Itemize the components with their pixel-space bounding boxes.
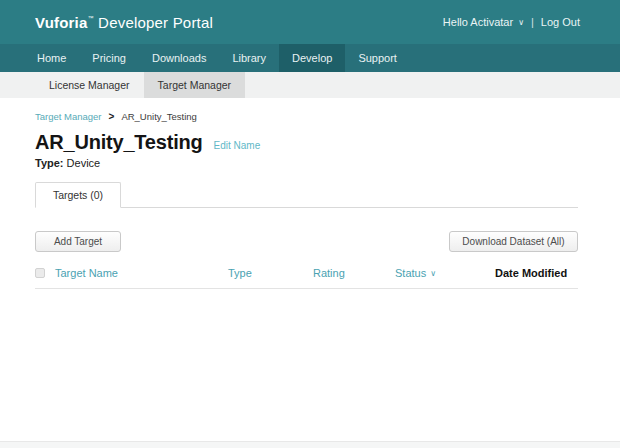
nav-item-downloads[interactable]: Downloads — [139, 44, 219, 72]
nav-item-home[interactable]: Home — [24, 44, 79, 72]
logout-link[interactable]: Log Out — [541, 16, 580, 28]
logo-brand-text: Vuforia — [35, 14, 88, 31]
user-greeting-label: Hello Activatar — [443, 16, 513, 28]
page-title: AR_Unity_Testing — [35, 131, 203, 154]
nav-item-pricing[interactable]: Pricing — [79, 44, 139, 72]
column-header-date-modified: Date Modified — [495, 267, 578, 279]
type-value: Device — [67, 157, 101, 169]
title-row: AR_Unity_Testing Edit Name — [35, 131, 578, 154]
tab-targets[interactable]: Targets (0) — [35, 182, 121, 208]
top-header-bar: Vuforia™ Developer Portal Hello Activata… — [0, 0, 620, 44]
subnav-item-target-manager[interactable]: Target Manager — [144, 72, 246, 98]
database-type-row: Type: Device — [35, 157, 578, 169]
targets-table-body-empty — [35, 289, 578, 446]
add-target-button[interactable]: Add Target — [35, 231, 121, 252]
column-header-rating[interactable]: Rating — [313, 267, 395, 279]
chevron-down-icon: ∨ — [518, 19, 524, 27]
nav-item-support[interactable]: Support — [345, 44, 410, 72]
vuforia-developer-portal-page: Vuforia™ Developer Portal Hello Activata… — [0, 0, 620, 448]
logo-rest-text: Developer Portal — [94, 14, 213, 31]
vuforia-logo[interactable]: Vuforia™ Developer Portal — [35, 14, 213, 31]
column-header-type[interactable]: Type — [228, 267, 313, 279]
tab-bar: Targets (0) — [35, 182, 578, 208]
breadcrumb: Target Manager > AR_Unity_Testing — [35, 111, 578, 122]
download-dataset-button[interactable]: Download Dataset (All) — [449, 231, 578, 252]
targets-table-header: Target Name Type Rating Status ∨ Date Mo… — [35, 267, 578, 289]
logo-trademark: ™ — [88, 15, 94, 21]
header-separator: | — [531, 16, 534, 28]
breadcrumb-chevron-icon: > — [109, 111, 115, 122]
status-label: Status — [395, 267, 426, 279]
main-nav-bar: Home Pricing Downloads Library Develop S… — [0, 44, 620, 72]
status-chevron-down-icon: ∨ — [430, 270, 436, 278]
column-header-target-name[interactable]: Target Name — [55, 267, 228, 279]
breadcrumb-target-manager-link[interactable]: Target Manager — [35, 111, 102, 122]
footer-strip — [0, 441, 620, 448]
user-area: Hello Activatar ∨ | Log Out — [443, 16, 580, 28]
breadcrumb-current-page: AR_Unity_Testing — [121, 111, 197, 122]
nav-item-develop[interactable]: Develop — [279, 44, 345, 72]
select-all-checkbox[interactable] — [35, 268, 45, 278]
user-menu[interactable]: Hello Activatar ∨ — [443, 16, 524, 28]
edit-name-link[interactable]: Edit Name — [214, 140, 261, 151]
content-area: Target Manager > AR_Unity_Testing AR_Uni… — [0, 111, 620, 447]
nav-item-library[interactable]: Library — [219, 44, 279, 72]
toolbar: Add Target Download Dataset (All) — [35, 231, 578, 252]
subnav-item-license-manager[interactable]: License Manager — [35, 72, 144, 98]
column-header-status[interactable]: Status ∨ — [395, 267, 495, 279]
secondary-nav-bar: License Manager Target Manager — [0, 72, 620, 98]
type-label: Type: — [35, 157, 64, 169]
